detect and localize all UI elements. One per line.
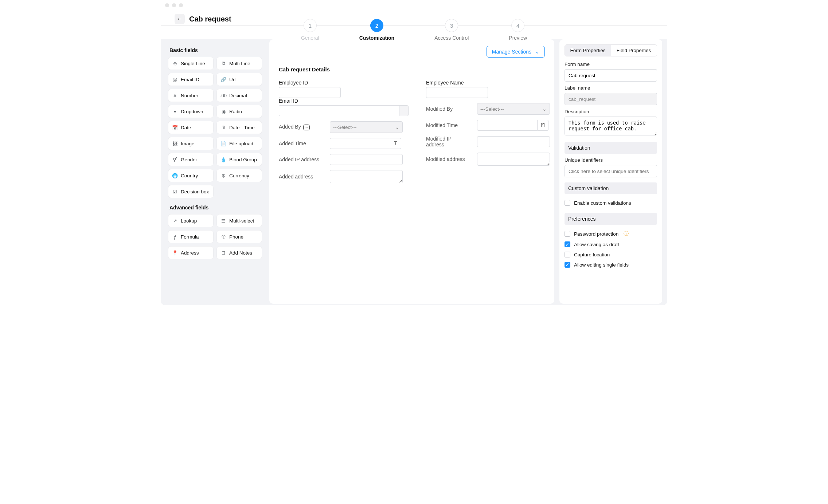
field-chip-label: Phone	[229, 234, 243, 240]
tab-field-properties[interactable]: Field Properties	[611, 45, 657, 56]
form-canvas: Manage Sections ⌄ Cab request Details Em…	[269, 39, 554, 304]
modified-by-placeholder: ---Select---	[480, 106, 504, 112]
field-chip-blood-group[interactable]: 💧Blood Group	[216, 153, 262, 166]
field-chip-address[interactable]: 📍Address	[168, 246, 214, 259]
allow-draft-checkbox[interactable]: ✓	[565, 241, 570, 247]
email-id-input[interactable]	[279, 105, 399, 116]
field-chip-formula[interactable]: ƒFormula	[168, 230, 214, 243]
step-general[interactable]: 1General	[301, 19, 319, 41]
field-chip-decision-box[interactable]: ☑Decision box	[168, 185, 214, 198]
currency-icon: $	[220, 173, 226, 178]
image-icon: 🖼	[172, 141, 178, 146]
pref-allow-draft[interactable]: ✓Allow saving as draft	[565, 239, 657, 249]
form-name-input[interactable]	[565, 69, 657, 82]
added-address-input[interactable]	[330, 170, 403, 183]
tab-form-properties[interactable]: Form Properties	[565, 45, 611, 56]
modified-address-input[interactable]	[477, 153, 550, 166]
password-protection-checkbox[interactable]	[565, 231, 570, 237]
capture-location-checkbox[interactable]	[565, 252, 570, 257]
added-time-input[interactable]	[330, 138, 390, 149]
field-added-address: Added address	[279, 170, 409, 183]
file-icon: 📄	[220, 141, 226, 146]
field-palette: Basic fields ⊕Single Line⧉Multi Line@Ema…	[166, 39, 264, 304]
traffic-light-min[interactable]	[172, 3, 176, 7]
email-icon: @	[172, 76, 178, 82]
field-chip-country[interactable]: 🌐Country	[168, 169, 214, 182]
datetime-icon: 🗓	[220, 125, 226, 130]
field-chip-file-upload[interactable]: 📄File upload	[216, 137, 262, 150]
step-access-control[interactable]: 3Access Control	[434, 19, 469, 41]
field-chip-add-notes[interactable]: 🗒Add Notes	[216, 246, 262, 259]
gender-icon: ⚥	[172, 157, 178, 162]
field-chip-dropdown[interactable]: ▾Dropdown	[168, 105, 214, 118]
unique-identifiers-input[interactable]	[565, 165, 657, 177]
added-by-label: Added By⋯	[279, 124, 323, 130]
field-chip-label: Radio	[229, 109, 242, 114]
field-chip-label: Date	[181, 125, 191, 130]
chevron-down-icon: ⌄	[395, 124, 399, 130]
pref-allow-edit-single[interactable]: ✓Allow editing single fields	[565, 260, 657, 270]
field-chip-single-line[interactable]: ⊕Single Line	[168, 57, 214, 70]
field-chip-url[interactable]: 🔗Url	[216, 73, 262, 86]
modified-time-label: Modified Time	[426, 122, 470, 128]
field-chip-number[interactable]: #Number	[168, 89, 214, 102]
phone-icon: ✆	[220, 234, 226, 240]
email-id-addon[interactable]	[399, 105, 409, 116]
field-chip-label: File upload	[229, 141, 253, 146]
modified-ip-input[interactable]	[477, 136, 550, 147]
step-label: Preview	[509, 35, 527, 41]
allow-draft-label: Allow saving as draft	[574, 242, 619, 247]
single-line-icon: ⊕	[172, 60, 178, 66]
description-input[interactable]: This form is used to raise request for o…	[565, 117, 657, 135]
calendar-icon[interactable]: 🗓	[538, 120, 548, 131]
traffic-light-max[interactable]	[179, 3, 183, 7]
field-chip-multi-line[interactable]: ⧉Multi Line	[216, 57, 262, 70]
modified-time-input[interactable]	[477, 120, 538, 131]
modified-by-select[interactable]: ---Select---⌄	[477, 103, 550, 115]
field-chip-gender[interactable]: ⚥Gender	[168, 153, 214, 166]
field-modified-address: Modified address	[426, 153, 550, 166]
field-chip-email-id[interactable]: @Email ID	[168, 73, 214, 86]
step-preview[interactable]: 4Preview	[509, 19, 527, 41]
form-left-column: Employee IDEmail IDAdded By⋯---Select---…	[279, 80, 409, 183]
calendar-icon[interactable]: 🗓	[390, 138, 401, 149]
field-chip-multi-select[interactable]: ☰Multi-select	[216, 214, 262, 227]
field-chip-currency[interactable]: $Currency	[216, 169, 262, 182]
field-chip-label: Date - Time	[229, 125, 255, 130]
field-chip-lookup[interactable]: ↗Lookup	[168, 214, 214, 227]
field-chip-radio[interactable]: ◉Radio	[216, 105, 262, 118]
added-by-select[interactable]: ---Select---⌄	[330, 121, 403, 133]
manage-sections-label: Manage Sections	[492, 49, 531, 55]
modified-ip-label: Modified IP address	[426, 136, 470, 147]
field-chip-decimal[interactable]: .00Decimal	[216, 89, 262, 102]
pref-password-protection[interactable]: Password protectionⓘ	[565, 228, 657, 239]
employee-name-input[interactable]	[426, 87, 488, 98]
manage-sections-button[interactable]: Manage Sections ⌄	[487, 46, 545, 58]
field-chip-date[interactable]: 📅Date	[168, 121, 214, 134]
window-titlebar	[161, 0, 667, 10]
field-chip-label: Address	[181, 250, 199, 256]
radio-icon: ◉	[220, 109, 226, 114]
lookup-icon: ↗	[172, 218, 178, 224]
modified-address-label: Modified address	[426, 156, 470, 162]
label-name-input	[565, 93, 657, 105]
allow-edit-single-checkbox[interactable]: ✓	[565, 262, 570, 268]
field-added-by: Added By⋯---Select---⌄	[279, 121, 409, 133]
step-customization[interactable]: 2Customization	[359, 19, 394, 41]
traffic-light-close[interactable]	[165, 3, 169, 7]
number-icon: #	[172, 92, 178, 98]
field-chip-phone[interactable]: ✆Phone	[216, 230, 262, 243]
enable-custom-validations-row[interactable]: Enable custom validations	[565, 198, 657, 208]
field-chip-date-time[interactable]: 🗓Date - Time	[216, 121, 262, 134]
added-ip-input[interactable]	[330, 154, 403, 165]
field-chip-label: Single Line	[181, 61, 205, 66]
field-chip-image[interactable]: 🖼Image	[168, 137, 214, 150]
notes-icon: 🗒	[220, 250, 226, 256]
step-circle: 4	[511, 19, 524, 32]
employee-id-input[interactable]	[279, 87, 341, 98]
pref-capture-location[interactable]: Capture location	[565, 249, 657, 260]
preferences-header: Preferences	[565, 213, 657, 225]
enable-custom-validations-checkbox[interactable]	[565, 200, 570, 206]
chevron-down-icon: ⌄	[535, 49, 539, 55]
field-chip-label: Currency	[229, 173, 249, 178]
